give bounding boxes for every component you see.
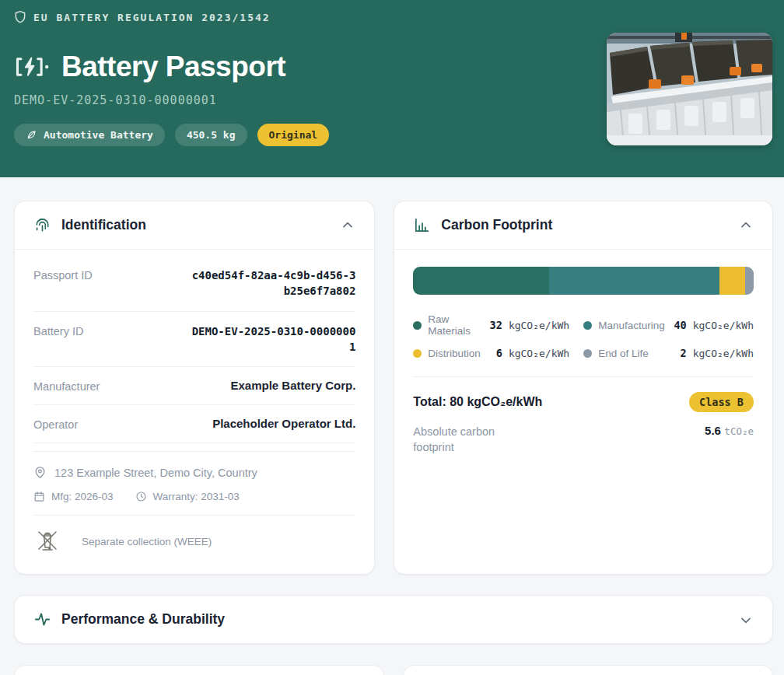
absolute-carbon-value: 5.6 tCO₂e <box>705 424 754 456</box>
circularity-card: Circularity & Recycled Content <box>403 665 773 675</box>
legend-raw-materials: Raw Materials 32 kgCO₂e/kWh <box>413 313 569 337</box>
identification-collapse-button[interactable] <box>340 218 355 233</box>
legend-end-of-life: End of Life 2 kgCO₂e/kWh <box>583 347 754 359</box>
battery-logo-icon <box>14 54 50 79</box>
identification-card: Identification Passport ID c40ed54f-82aa… <box>14 201 375 575</box>
manufacturer-row: Manufacturer Example Battery Corp. <box>33 367 355 405</box>
category-badge-label: Automotive Battery <box>44 129 153 141</box>
legend-unit: kgCO₂e/kWh <box>693 348 754 359</box>
absolute-value-number: 5.6 <box>705 424 721 437</box>
legend-dot-raw-materials <box>413 321 422 330</box>
passport-id-label: Passport ID <box>33 268 93 282</box>
circularity-card-header[interactable]: Circularity & Recycled Content <box>404 666 772 675</box>
bar-chart-icon <box>413 216 431 234</box>
weee-bin-icon <box>33 527 61 555</box>
legend-dot-manufacturing <box>583 321 592 330</box>
weee-text: Separate collection (WEEE) <box>82 536 212 547</box>
legend-distribution: Distribution 6 kgCO₂e/kWh <box>413 347 569 359</box>
mfg-date-text: Mfg: 2026-03 <box>51 491 114 502</box>
activity-icon <box>33 610 51 628</box>
status-badge: Original <box>257 124 330 146</box>
carbon-stacked-bar <box>413 267 754 295</box>
fingerprint-icon <box>33 216 51 234</box>
dates-line: Mfg: 2026-03 Warranty: 2031-03 <box>33 491 355 502</box>
carbon-class-badge: Class B <box>689 392 754 412</box>
carbon-card-header[interactable]: Carbon Footprint <box>394 201 772 250</box>
carbon-collapse-button[interactable] <box>738 218 754 233</box>
passport-id-value: c40ed54f-82aa-4c9b-d456-3b25e6f7a802 <box>191 268 355 299</box>
page-title: Battery Passport <box>61 51 285 83</box>
materials-card-header[interactable]: Materials & Composition <box>15 666 383 675</box>
battery-pack-photo <box>607 33 772 145</box>
manufacturer-value: Example Battery Corp. <box>230 379 355 392</box>
legend-dot-distribution <box>413 349 422 358</box>
carbon-total-row: Total: 80 kgCO₂e/kWh Class B <box>413 376 754 412</box>
identification-card-header[interactable]: Identification <box>15 201 374 250</box>
manufacturer-label: Manufacturer <box>33 379 100 393</box>
hero-header: EU BATTERY REGULATION 2023/1542 Battery … <box>0 0 784 177</box>
bar-segment-manufacturing <box>549 267 719 295</box>
weight-badge: 450.5 kg <box>175 124 247 146</box>
legend-value: 6 <box>487 347 502 359</box>
warranty-date-text: Warranty: 2031-03 <box>153 491 240 502</box>
address-text: 123 Example Street, Demo City, Country <box>54 467 257 479</box>
carbon-footprint-card: Carbon Footprint Raw Materials 32 kgCO₂e… <box>394 201 773 575</box>
legend-value: 40 <box>671 319 687 331</box>
regulation-label: EU BATTERY REGULATION 2023/1542 <box>33 12 271 23</box>
identification-title: Identification <box>61 217 330 233</box>
main-content: Identification Passport ID c40ed54f-82aa… <box>0 177 784 675</box>
performance-title: Performance & Durability <box>61 611 728 628</box>
bar-segment-distribution <box>719 267 745 295</box>
performance-card: Performance & Durability <box>14 595 773 644</box>
absolute-carbon-label: Absolute carbon footprint <box>413 424 530 456</box>
bar-segment-raw-materials <box>413 267 549 295</box>
weee-row: Separate collection (WEEE) <box>33 516 355 563</box>
legend-value: 2 <box>671 347 687 359</box>
legend-unit: kgCO₂e/kWh <box>509 320 569 331</box>
battery-id-label: Battery ID <box>33 324 83 338</box>
legend-label: Raw Materials <box>428 313 481 337</box>
regulation-banner: EU BATTERY REGULATION 2023/1542 <box>14 0 770 24</box>
legend-unit: kgCO₂e/kWh <box>509 348 569 359</box>
legend-dot-end-of-life <box>583 349 592 358</box>
battery-id-value: DEMO-EV-2025-0310-00000001 <box>191 324 355 355</box>
identification-meta: 123 Example Street, Demo City, Country <box>33 451 355 516</box>
status-badge-label: Original <box>269 129 318 141</box>
bar-segment-end-of-life <box>745 267 754 295</box>
mfg-date: Mfg: 2026-03 <box>33 491 114 502</box>
legend-label: Manufacturing <box>598 320 665 331</box>
performance-expand-button[interactable] <box>738 612 754 628</box>
warranty-date: Warranty: 2031-03 <box>135 491 240 502</box>
battery-id-row: Battery ID DEMO-EV-2025-0310-00000001 <box>33 312 355 368</box>
shield-icon <box>14 10 26 24</box>
leaf-icon <box>26 129 37 141</box>
materials-card: Materials & Composition <box>14 665 384 675</box>
carbon-total-text: Total: 80 kgCO₂e/kWh <box>413 395 542 409</box>
weight-badge-label: 450.5 kg <box>187 129 236 141</box>
performance-card-header[interactable]: Performance & Durability <box>15 596 772 643</box>
absolute-carbon-row: Absolute carbon footprint 5.6 tCO₂e <box>413 424 754 456</box>
map-pin-icon <box>33 466 47 479</box>
calendar-icon <box>33 491 45 502</box>
legend-manufacturing: Manufacturing 40 kgCO₂e/kWh <box>583 313 754 337</box>
carbon-legend: Raw Materials 32 kgCO₂e/kWh Manufacturin… <box>413 313 754 359</box>
operator-label: Operator <box>33 417 78 431</box>
carbon-title: Carbon Footprint <box>441 217 728 233</box>
legend-value: 32 <box>487 319 502 331</box>
operator-value: Placeholder Operator Ltd. <box>212 417 355 430</box>
clock-icon <box>135 491 147 502</box>
absolute-value-unit: tCO₂e <box>724 425 754 437</box>
operator-row: Operator Placeholder Operator Ltd. <box>33 405 355 443</box>
category-badge: Automotive Battery <box>14 124 165 146</box>
legend-label: End of Life <box>598 348 665 359</box>
address-line: 123 Example Street, Demo City, Country <box>33 466 355 479</box>
legend-label: Distribution <box>428 348 481 359</box>
passport-id-row: Passport ID c40ed54f-82aa-4c9b-d456-3b25… <box>33 256 355 312</box>
legend-unit: kgCO₂e/kWh <box>693 320 754 331</box>
